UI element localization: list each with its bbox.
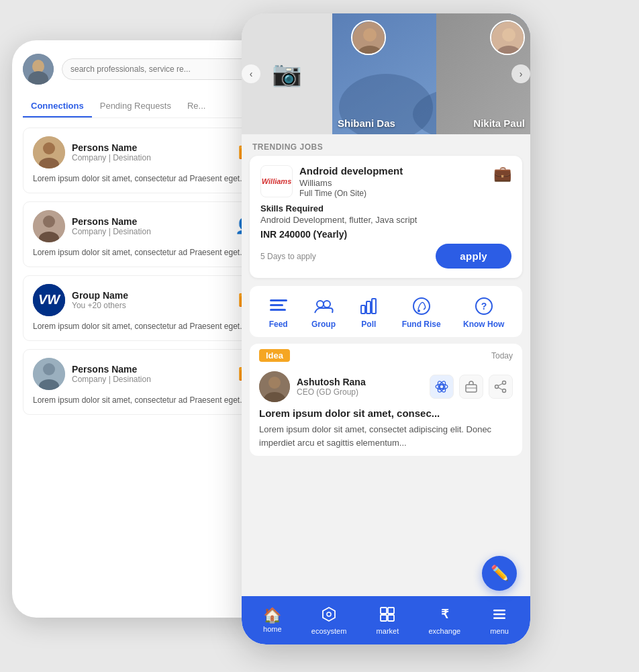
hero-next-button[interactable]: ›: [511, 64, 530, 83]
search-input[interactable]: [70, 64, 243, 74]
person-name-2: Persons Name: [72, 216, 151, 227]
person-sub-2: Company | Desination: [72, 227, 151, 236]
svg-rect-56: [388, 608, 394, 614]
nav-ecosystem[interactable]: ecosystem: [311, 606, 347, 635]
tab-pending[interactable]: Pending Requests: [92, 97, 179, 117]
fund-icon-item[interactable]: Fund Rise: [402, 295, 441, 329]
person-avatar-1: [33, 136, 65, 169]
job-title: Android development: [299, 165, 403, 177]
trending-jobs-label: TRENDING JOBS: [242, 134, 530, 156]
post-tag: Idea: [259, 349, 290, 362]
knowhow-icon: ?: [473, 295, 495, 317]
svg-point-49: [503, 389, 506, 393]
atom-icon-button[interactable]: [430, 375, 454, 399]
job-skills: Android Development, flutter, Java scrip…: [260, 215, 511, 225]
fab-edit-button[interactable]: ✏️: [482, 556, 517, 591]
group-body: Lorem ipsum dolor sit amet, consectetur …: [33, 320, 253, 332]
fund-label: Fund Rise: [402, 320, 441, 329]
person-body-4: Lorem ipsum dolor sit amet, consectetur …: [33, 394, 253, 406]
nav-home[interactable]: 🏠 home: [263, 608, 282, 633]
feed-label: Feed: [269, 320, 288, 329]
feed-icons-row: Feed Group: [250, 286, 522, 337]
poll-icon: [358, 295, 379, 317]
post-body: Lorem ipsum dolor sit amet, consectet ad…: [250, 423, 522, 456]
exchange-label: exchange: [428, 627, 460, 635]
nav-exchange[interactable]: ₹ exchange: [428, 606, 460, 635]
svg-rect-61: [493, 613, 505, 615]
group-sub: You +20 others: [72, 301, 128, 310]
group-label: Group: [311, 320, 336, 329]
svg-point-3: [33, 60, 44, 71]
svg-rect-29: [270, 309, 286, 311]
group-icon: [313, 295, 334, 317]
nav-market[interactable]: market: [377, 606, 399, 635]
feed-icon-item[interactable]: Feed: [268, 295, 289, 329]
svg-rect-58: [388, 615, 394, 621]
hero-avatar-1: [351, 20, 386, 55]
job-card: Williams Android development Williams Fu…: [250, 156, 522, 278]
svg-marker-53: [323, 608, 335, 621]
skills-label: Skills Required: [260, 203, 511, 213]
post-share-button[interactable]: [489, 375, 513, 399]
svg-point-31: [324, 301, 330, 307]
post-briefcase-button[interactable]: [459, 375, 483, 399]
briefcase-icon: 💼: [493, 165, 511, 183]
svg-point-30: [317, 301, 324, 307]
knowhow-label: Know How: [463, 320, 504, 329]
hero-name-2: Nikita Paul: [473, 117, 525, 129]
hero-banner: 📷: [242, 13, 530, 134]
connection-card-group: VW Group Name You +20 others ▶️ Lorem ip…: [23, 275, 263, 341]
post-card: Idea Today Ashutosh Rana CEO (GD Group): [250, 344, 522, 456]
market-label: market: [377, 627, 399, 635]
post-time: Today: [491, 351, 513, 361]
job-salary: INR 240000 (Yearly): [260, 229, 511, 240]
hero-name-1: Shibani Das: [338, 117, 395, 129]
camera-icon: 📷: [272, 60, 302, 88]
front-content: TRENDING JOBS Williams Android developme…: [242, 134, 530, 456]
menu-label: menu: [490, 627, 509, 635]
post-user-avatar: [259, 371, 290, 402]
person-avatar-2: [33, 210, 65, 242]
knowhow-icon-item[interactable]: ? Know How: [463, 295, 504, 329]
poll-icon-item[interactable]: Poll: [358, 295, 379, 329]
feed-icon: [268, 295, 289, 317]
ecosystem-label: ecosystem: [311, 627, 347, 635]
ecosystem-icon: [321, 606, 337, 625]
svg-point-8: [43, 215, 55, 228]
svg-point-22: [363, 28, 377, 42]
svg-point-25: [502, 28, 515, 42]
svg-rect-27: [270, 299, 287, 301]
post-user-row: Ashutosh Rana CEO (GD Group): [250, 367, 522, 407]
job-company: Williams: [299, 178, 403, 188]
hero-profiles: Shibani Das Nikita Paul: [332, 13, 530, 134]
search-row: 🔍: [23, 54, 263, 85]
post-user-role: CEO (GD Group): [297, 387, 423, 397]
nav-menu[interactable]: menu: [490, 606, 509, 635]
front-phone: 📷: [242, 13, 530, 644]
svg-point-35: [413, 298, 430, 314]
svg-point-54: [327, 612, 331, 616]
svg-line-52: [498, 383, 503, 386]
person-name-1: Persons Name: [72, 142, 151, 153]
apply-button[interactable]: apply: [436, 244, 511, 269]
svg-point-13: [43, 363, 55, 375]
svg-rect-57: [381, 615, 387, 621]
connection-card-4: Persons Name Company | Desination ▶️ Lor…: [23, 349, 263, 415]
back-phone: 🔍 Connections Pending Requests Re... Per…: [12, 40, 274, 618]
tab-connections[interactable]: Connections: [23, 97, 92, 117]
bottom-nav: 🏠 home ecosystem market ₹: [242, 596, 530, 644]
job-type: Full Time (On Site): [299, 189, 403, 198]
person-name-4: Persons Name: [72, 364, 151, 375]
svg-rect-33: [366, 301, 371, 314]
group-icon-item[interactable]: Group: [311, 295, 336, 329]
svg-rect-28: [270, 304, 283, 306]
tab-requests[interactable]: Re...: [179, 97, 213, 117]
hero-avatar-2: [490, 20, 525, 55]
hero-prev-button[interactable]: ‹: [242, 64, 260, 83]
svg-text:?: ?: [481, 301, 487, 311]
svg-point-5: [43, 142, 55, 154]
group-name: Group Name: [72, 290, 128, 301]
connection-card-2: Persons Name Company | Desination 👤 Lore…: [23, 201, 263, 267]
search-bar[interactable]: 🔍: [62, 58, 263, 80]
svg-point-40: [268, 377, 281, 389]
